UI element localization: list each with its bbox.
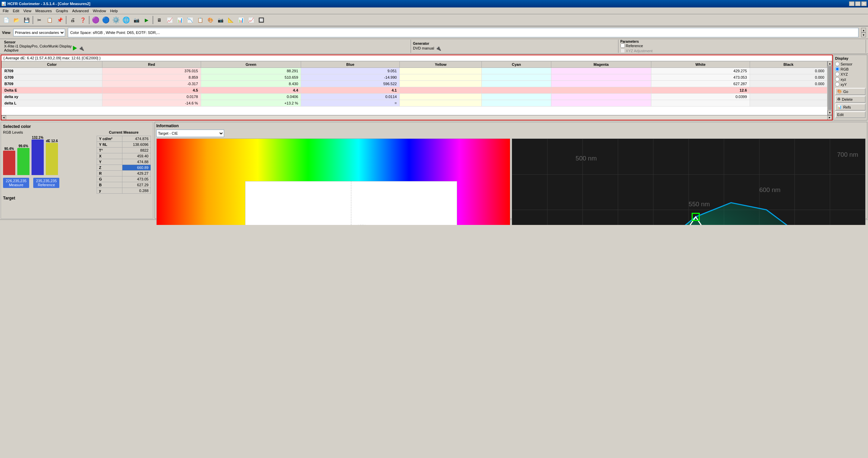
cm-value-y: 474.88 <box>122 159 151 165</box>
radio-xyy-label[interactable]: xyY <box>835 82 866 87</box>
h-scroll-track[interactable] <box>6 116 827 120</box>
col-header-color: Color <box>2 61 102 68</box>
chart-button-3[interactable]: 📉 <box>185 15 195 25</box>
menu-edit[interactable]: Edit <box>11 8 21 14</box>
print-button[interactable]: 🖨 <box>68 15 77 25</box>
new-button[interactable]: 📄 <box>1 15 11 25</box>
radio-xyz-lower[interactable] <box>835 77 840 81</box>
table-row[interactable]: G709 8.859 510.659 -14.990 473.053 0.000 <box>2 74 827 81</box>
chart-button-5[interactable]: 🎨 <box>205 15 215 25</box>
cell-dxy-white: 0.0399 <box>651 94 750 100</box>
cm-row-x: X 459.40 <box>97 153 151 159</box>
chart-button-1[interactable]: 📈 <box>165 15 174 25</box>
refs-button[interactable]: 📊 Refs <box>835 103 866 111</box>
chart-button-4[interactable]: 📋 <box>195 15 205 25</box>
separator-2 <box>66 16 66 24</box>
cm-row-b: B 627.29 <box>97 182 151 188</box>
camera-button[interactable]: 📷 <box>132 15 141 25</box>
close-button[interactable]: ✕ <box>861 1 867 6</box>
chart-button-8[interactable]: 📊 <box>236 15 245 25</box>
play-button[interactable]: ▶ <box>142 15 151 25</box>
go-icon: 🎨 <box>837 89 842 94</box>
table-row[interactable]: delta L -14.6 % +13.2 % = <box>2 100 827 107</box>
table-row-delta-e[interactable]: Delta E 4.5 4.4 4.1 12.6 <box>2 87 827 94</box>
delete-button[interactable]: ♻ Delete <box>835 96 866 103</box>
cell-g709-magenta <box>551 74 651 81</box>
menu-file[interactable]: File <box>1 8 11 14</box>
cut-button[interactable]: ✂ <box>35 15 44 25</box>
color-data-table: Color Red Green Blue Yellow Cyan Magenta… <box>1 61 827 107</box>
scroll-down-btn[interactable]: ▼ <box>861 33 866 37</box>
scroll-up-btn[interactable]: ▲ <box>861 28 866 33</box>
table-scrollbar-h[interactable]: ◄ ► <box>1 115 832 120</box>
paste-button[interactable]: 📌 <box>55 15 64 25</box>
color-button-4[interactable]: 🌐 <box>121 15 131 25</box>
chart-button-7[interactable]: 📐 <box>226 15 235 25</box>
info-dropdown[interactable]: Target - CIE Measured Delta <box>156 130 224 137</box>
chart-button-10[interactable]: 🔲 <box>256 15 266 25</box>
table-row[interactable]: delta xy 0.0178 0.0406 0.0114 0.0399 <box>2 94 827 100</box>
refs-icon: 📊 <box>837 105 842 109</box>
go-button[interactable]: 🎨 Go <box>835 88 866 95</box>
window-controls[interactable]: ─ □ ✕ <box>849 1 867 6</box>
menu-help[interactable]: Help <box>108 8 120 14</box>
edit-button[interactable]: Edit <box>835 111 866 118</box>
radio-sensor[interactable] <box>835 62 840 66</box>
cell-g709-black: 0.000 <box>750 74 827 81</box>
radio-xyz-lower-label[interactable]: xyz <box>835 77 866 81</box>
view-dropdown[interactable]: Primaries and secondaries Grayscale Satu… <box>13 29 65 36</box>
maximize-button[interactable]: □ <box>855 1 861 6</box>
radio-xyy[interactable] <box>835 82 840 87</box>
radio-rgb[interactable] <box>835 67 840 71</box>
radio-xyz[interactable] <box>835 72 840 76</box>
table-scrollbar-v[interactable]: ▲ ▼ <box>827 61 832 115</box>
table-wrapper[interactable]: Color Red Green Blue Yellow Cyan Magenta… <box>1 61 827 115</box>
cell-g709-white: 473.053 <box>651 74 750 81</box>
menu-graphs[interactable]: Graphs <box>54 8 70 14</box>
cell-r709-white: 429.275 <box>651 68 750 74</box>
cm-label-g: G <box>97 176 122 182</box>
table-row[interactable]: B709 -0.317 8.430 596.522 627.287 0.000 <box>2 81 827 87</box>
cm-label-z: Z <box>97 165 122 171</box>
scroll-left-arrow[interactable]: ◄ <box>1 115 6 120</box>
info-scroll[interactable]: ▲ ▼ <box>861 28 866 37</box>
cm-row-z: Z 660.89 <box>97 165 151 171</box>
cell-g709-red: 8.859 <box>102 74 201 81</box>
reference-checkbox-label[interactable]: Reference <box>620 43 862 48</box>
sensor-play-button[interactable] <box>73 46 77 51</box>
radio-sensor-label[interactable]: Sensor <box>835 62 866 66</box>
view-label: View <box>2 31 11 35</box>
minimize-button[interactable]: ─ <box>849 1 854 6</box>
cell-g709-cyan <box>482 74 551 81</box>
generator-connect-icon[interactable]: 🔌 <box>435 45 441 51</box>
color-space-info: Color Space: sRGB , White Point: D65, EO… <box>68 28 859 37</box>
menu-view[interactable]: View <box>21 8 34 14</box>
chart-button-2[interactable]: 📊 <box>175 15 184 25</box>
menu-advanced[interactable]: Advanced <box>70 8 91 14</box>
help-button[interactable]: ❓ <box>78 15 87 25</box>
radio-xyz-label[interactable]: XYZ <box>835 72 866 76</box>
menu-window[interactable]: Window <box>91 8 108 14</box>
color-button-2[interactable]: 🔵 <box>101 15 111 25</box>
cell-r709-cyan <box>482 68 551 74</box>
copy-button[interactable]: 📋 <box>45 15 54 25</box>
xyz-adjustment-checkbox[interactable] <box>620 49 625 53</box>
cell-b709-white: 627.287 <box>651 81 750 87</box>
chart-button-6[interactable]: 📷 <box>216 15 225 25</box>
open-button[interactable]: 📂 <box>12 15 21 25</box>
xyz-adjustment-label[interactable]: XYZ Adjustment <box>620 49 862 53</box>
scroll-up-arrow[interactable]: ▲ <box>828 61 832 66</box>
sensor-connect-icon[interactable]: 🔌 <box>78 45 84 51</box>
scroll-right-arrow[interactable]: ► <box>827 115 832 120</box>
menu-measures[interactable]: Measures <box>33 8 54 14</box>
scroll-down-arrow[interactable]: ▼ <box>828 110 832 115</box>
radio-rgb-label[interactable]: RGB <box>835 67 866 71</box>
table-row[interactable]: R709 376.015 88.291 9.051 429.275 0.000 <box>2 68 827 74</box>
color-button-3[interactable]: ⚙️ <box>111 15 121 25</box>
reference-checkbox[interactable] <box>620 43 625 48</box>
monitor-button[interactable]: 🖥 <box>155 15 164 25</box>
color-button-1[interactable]: 🟣 <box>91 15 100 25</box>
chart-button-9[interactable]: 📈 <box>246 15 256 25</box>
save-button[interactable]: 💾 <box>22 15 31 25</box>
scroll-thumb[interactable] <box>828 66 832 110</box>
